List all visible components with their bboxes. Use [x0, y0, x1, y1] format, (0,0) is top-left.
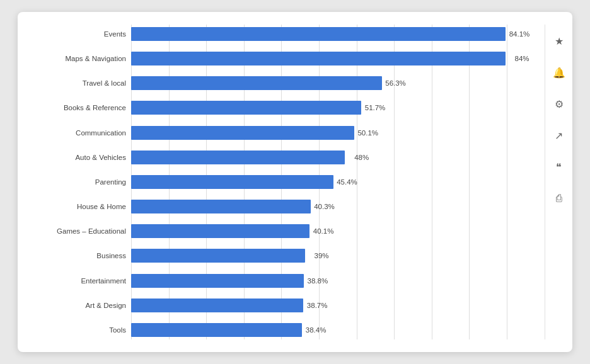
bar-fill: 50.1%: [131, 126, 354, 140]
bar-value-label: 45.4%: [337, 178, 357, 186]
bar-label: Maps & Navigation: [30, 55, 131, 62]
bar-fill: 40.3%: [131, 200, 311, 213]
bar-label: Parenting: [30, 178, 131, 186]
bar-container: 40.1%: [131, 224, 532, 238]
bar-label: Art & Design: [30, 302, 131, 309]
chart-area: Events84.1%Maps & Navigation84%Travel & …: [30, 25, 538, 339]
chart-card: Events84.1%Maps & Navigation84%Travel & …: [18, 12, 572, 352]
bar-label: Travel & local: [30, 79, 131, 87]
quote-icon[interactable]: ❝: [549, 157, 569, 177]
gear-icon[interactable]: ⚙: [549, 94, 569, 114]
bar-container: 38.4%: [131, 323, 532, 337]
bar-label: Entertainment: [30, 277, 131, 285]
bar-row: Maps & Navigation84%: [30, 49, 532, 68]
bar-label: Tools: [30, 326, 131, 334]
bar-fill: 38.4%: [131, 323, 302, 337]
bar-value-label: 84%: [515, 55, 529, 62]
bar-value-label: 50.1%: [357, 129, 378, 137]
bar-value-label: 38.7%: [307, 302, 328, 309]
bar-row: Books & Reference51.7%: [30, 98, 532, 117]
bar-fill: 84%: [131, 52, 506, 65]
bar-label: Business: [30, 252, 131, 259]
share-icon[interactable]: ↗: [549, 125, 569, 145]
bar-fill: 40.1%: [131, 224, 309, 238]
bar-label: Games – Educational: [30, 227, 131, 235]
bar-label: Communication: [30, 129, 131, 137]
print-icon[interactable]: ⎙: [549, 188, 569, 208]
bar-container: 50.1%: [131, 126, 532, 140]
bar-container: 38.7%: [131, 299, 532, 312]
bar-container: 48%: [131, 151, 532, 164]
bar-row: Art & Design38.7%: [30, 296, 532, 315]
bar-fill: 48%: [131, 151, 345, 164]
bar-label: Events: [30, 30, 131, 38]
bar-fill: 84.1%: [131, 27, 506, 41]
bar-value-label: 39%: [315, 252, 329, 259]
bar-value-label: 40.3%: [314, 203, 335, 210]
bar-label: Books & Reference: [30, 104, 131, 111]
bar-value-label: 40.1%: [313, 227, 334, 235]
bar-row: Communication50.1%: [30, 123, 532, 142]
bar-row: Business39%: [30, 246, 532, 265]
bar-container: 38.8%: [131, 274, 532, 288]
bar-value-label: 56.3%: [385, 79, 406, 87]
bar-value-label: 38.4%: [306, 326, 327, 334]
star-icon[interactable]: ★: [549, 31, 569, 51]
bar-row: Games – Educational40.1%: [30, 222, 532, 241]
bar-fill: 45.4%: [131, 175, 333, 189]
bar-row: House & Home40.3%: [30, 197, 532, 216]
bar-label: House & Home: [30, 203, 131, 210]
bar-value-label: 38.8%: [308, 277, 328, 285]
bar-value-label: 48%: [354, 154, 369, 161]
bar-row: Entertainment38.8%: [30, 271, 532, 290]
bar-row: Events84.1%: [30, 25, 532, 43]
sidebar-icons: ★🔔⚙↗❝⎙: [545, 25, 572, 339]
bar-container: 84.1%: [131, 27, 532, 41]
bar-row: Auto & Vehicles48%: [30, 148, 532, 167]
bar-container: 84%: [131, 52, 532, 65]
bar-row: Parenting45.4%: [30, 173, 532, 191]
bar-row: Tools38.4%: [30, 321, 532, 339]
bar-row: Travel & local56.3%: [30, 74, 532, 93]
bar-fill: 38.7%: [131, 299, 303, 312]
bar-container: 39%: [131, 249, 532, 263]
bar-container: 45.4%: [131, 175, 532, 189]
bar-fill: 51.7%: [131, 101, 361, 115]
bar-container: 40.3%: [131, 200, 532, 213]
bar-fill: 38.8%: [131, 274, 304, 288]
bell-icon[interactable]: 🔔: [549, 62, 569, 82]
bar-value-label: 84.1%: [509, 30, 530, 38]
bar-label: Auto & Vehicles: [30, 154, 131, 161]
bar-fill: 56.3%: [131, 76, 382, 90]
bar-container: 51.7%: [131, 101, 532, 115]
bar-value-label: 51.7%: [365, 104, 386, 111]
bar-fill: 39%: [131, 249, 305, 263]
bar-container: 56.3%: [131, 76, 532, 90]
